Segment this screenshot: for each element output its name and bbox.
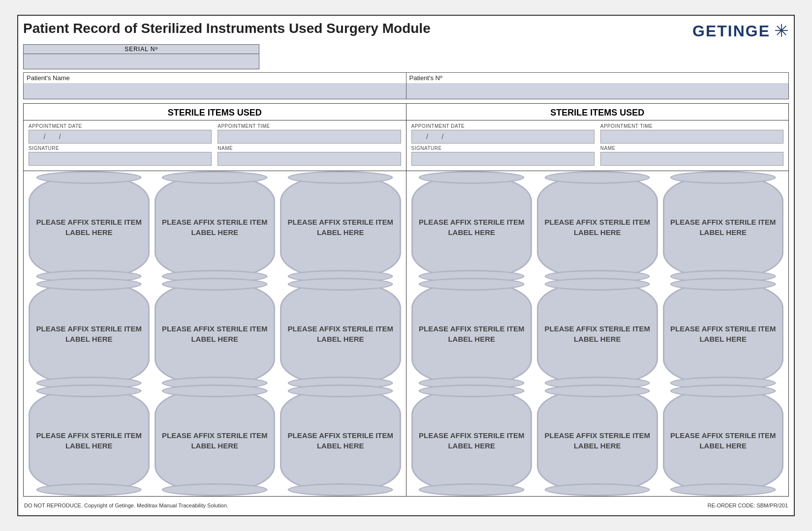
column-right: STERILE ITEMS USED APPOINTMENT DATE / / [406, 104, 789, 496]
appointment-time-input-left[interactable] [218, 130, 401, 144]
label-item-3: PLEASE AFFIX STERILE ITEM LABEL HERE [29, 283, 150, 384]
label-shape-8: PLEASE AFFIX STERILE ITEM LABEL HERE [280, 389, 401, 491]
label-item-8: PLEASE AFFIX STERILE ITEM LABEL HERE [280, 389, 401, 491]
signature-left: SIGNATURE [29, 146, 212, 166]
date-time-row-right: APPOINTMENT DATE / / APPOINTMENT TIME [411, 123, 784, 144]
label-shape-1: PLEASE AFFIX STERILE ITEM LABEL HERE [155, 176, 276, 278]
sterile-header-left: STERILE ITEMS USED [24, 104, 406, 120]
label-item-1: PLEASE AFFIX STERILE ITEM LABEL HERE [155, 176, 276, 278]
patient-number-field: Patient's Nº [406, 73, 789, 99]
label-shape-4: PLEASE AFFIX STERILE ITEM LABEL HERE [155, 283, 276, 384]
signature-input-right[interactable] [411, 152, 594, 166]
signature-input-left[interactable] [29, 152, 212, 166]
label-shape-5: PLEASE AFFIX STERILE ITEM LABEL HERE [663, 283, 784, 384]
date-time-row-left: APPOINTMENT DATE / / APPOINTMENT TIME [29, 123, 401, 144]
appointment-time-label-right: APPOINTMENT TIME [600, 123, 783, 129]
header: Patient Record of Sterilized Instruments… [23, 21, 789, 41]
serial-value[interactable] [24, 54, 259, 69]
column-left: STERILE ITEMS USED APPOINTMENT DATE / / [24, 104, 406, 496]
appointment-date-input-right[interactable]: / / [411, 130, 594, 144]
label-shape-2: PLEASE AFFIX STERILE ITEM LABEL HERE [663, 176, 784, 278]
label-item-1: PLEASE AFFIX STERILE ITEM LABEL HERE [537, 176, 658, 278]
label-shape-6: PLEASE AFFIX STERILE ITEM LABEL HERE [29, 389, 150, 491]
name-label-left: NAME [218, 146, 401, 151]
label-shape-0: PLEASE AFFIX STERILE ITEM LABEL HERE [29, 176, 150, 278]
footer: DO NOT REPRODUCE. Copyright of Getinge. … [23, 501, 789, 510]
logo-text: GETINGE [692, 22, 770, 40]
label-item-7: PLEASE AFFIX STERILE ITEM LABEL HERE [537, 389, 658, 491]
signature-label-left: SIGNATURE [29, 146, 212, 151]
logo-icon: ✳ [774, 21, 789, 41]
appointment-date-input-left[interactable]: / / [29, 130, 212, 144]
label-item-4: PLEASE AFFIX STERILE ITEM LABEL HERE [155, 283, 276, 384]
patient-name-value[interactable] [24, 83, 406, 99]
name-left: NAME [218, 146, 401, 166]
patient-number-label: Patient's Nº [406, 73, 789, 83]
appointment-time-right: APPOINTMENT TIME [600, 123, 783, 144]
fields-section-left: APPOINTMENT DATE / / APPOINTMENT TIME [24, 120, 406, 171]
sig-name-row-right: SIGNATURE NAME [411, 146, 784, 166]
name-input-left[interactable] [218, 152, 401, 166]
name-label-right: NAME [600, 146, 783, 151]
page-title: Patient Record of Sterilized Instruments… [23, 21, 692, 36]
labels-grid-right: PLEASE AFFIX STERILE ITEM LABEL HEREPLEA… [406, 171, 789, 496]
appointment-time-label-left: APPOINTMENT TIME [218, 123, 401, 129]
label-item-0: PLEASE AFFIX STERILE ITEM LABEL HERE [29, 176, 150, 278]
patient-number-value[interactable] [406, 83, 789, 99]
label-item-5: PLEASE AFFIX STERILE ITEM LABEL HERE [663, 283, 784, 384]
main-columns: STERILE ITEMS USED APPOINTMENT DATE / / [23, 103, 789, 497]
label-item-3: PLEASE AFFIX STERILE ITEM LABEL HERE [411, 283, 532, 384]
labels-grid-left: PLEASE AFFIX STERILE ITEM LABEL HEREPLEA… [24, 171, 406, 496]
label-item-4: PLEASE AFFIX STERILE ITEM LABEL HERE [537, 283, 658, 384]
label-shape-7: PLEASE AFFIX STERILE ITEM LABEL HERE [155, 389, 276, 491]
label-item-2: PLEASE AFFIX STERILE ITEM LABEL HERE [280, 176, 401, 278]
serial-label: SERIAL Nº [24, 45, 259, 54]
label-shape-3: PLEASE AFFIX STERILE ITEM LABEL HERE [411, 283, 532, 384]
appointment-time-input-right[interactable] [600, 130, 783, 144]
footer-copyright: DO NOT REPRODUCE. Copyright of Getinge. … [24, 502, 228, 508]
appointment-date-label-right: APPOINTMENT DATE [411, 123, 594, 129]
page: Patient Record of Sterilized Instruments… [17, 15, 795, 516]
name-right: NAME [600, 146, 783, 166]
label-shape-1: PLEASE AFFIX STERILE ITEM LABEL HERE [537, 176, 658, 278]
label-shape-7: PLEASE AFFIX STERILE ITEM LABEL HERE [537, 389, 658, 491]
label-item-2: PLEASE AFFIX STERILE ITEM LABEL HERE [663, 176, 784, 278]
sterile-header-right: STERILE ITEMS USED [406, 104, 789, 120]
label-shape-8: PLEASE AFFIX STERILE ITEM LABEL HERE [663, 389, 784, 491]
logo: GETINGE ✳ [692, 21, 789, 41]
fields-section-right: APPOINTMENT DATE / / APPOINTMENT TIME [406, 120, 789, 171]
sig-name-row-left: SIGNATURE NAME [29, 146, 401, 166]
patient-name-label: Patient's Name [24, 73, 406, 83]
signature-label-right: SIGNATURE [411, 146, 594, 151]
label-item-8: PLEASE AFFIX STERILE ITEM LABEL HERE [663, 389, 784, 491]
label-item-5: PLEASE AFFIX STERILE ITEM LABEL HERE [280, 283, 401, 384]
signature-right: SIGNATURE [411, 146, 594, 166]
patient-name-field: Patient's Name [24, 73, 406, 99]
label-shape-5: PLEASE AFFIX STERILE ITEM LABEL HERE [280, 283, 401, 384]
label-shape-4: PLEASE AFFIX STERILE ITEM LABEL HERE [537, 283, 658, 384]
serial-number-box: SERIAL Nº [23, 44, 259, 69]
label-item-0: PLEASE AFFIX STERILE ITEM LABEL HERE [411, 176, 532, 278]
label-item-6: PLEASE AFFIX STERILE ITEM LABEL HERE [29, 389, 150, 491]
label-shape-6: PLEASE AFFIX STERILE ITEM LABEL HERE [411, 389, 532, 491]
appointment-time-left: APPOINTMENT TIME [218, 123, 401, 144]
label-shape-3: PLEASE AFFIX STERILE ITEM LABEL HERE [29, 283, 150, 384]
appointment-date-right: APPOINTMENT DATE / / [411, 123, 594, 144]
label-shape-0: PLEASE AFFIX STERILE ITEM LABEL HERE [411, 176, 532, 278]
label-shape-2: PLEASE AFFIX STERILE ITEM LABEL HERE [280, 176, 401, 278]
label-item-6: PLEASE AFFIX STERILE ITEM LABEL HERE [411, 389, 532, 491]
appointment-date-left: APPOINTMENT DATE / / [29, 123, 212, 144]
patient-row: Patient's Name Patient's Nº [23, 72, 789, 99]
label-item-7: PLEASE AFFIX STERILE ITEM LABEL HERE [155, 389, 276, 491]
footer-reorder: RE-ORDER CODE: SBM/PR/201 [708, 502, 788, 508]
name-input-right[interactable] [600, 152, 783, 166]
appointment-date-label-left: APPOINTMENT DATE [29, 123, 212, 129]
